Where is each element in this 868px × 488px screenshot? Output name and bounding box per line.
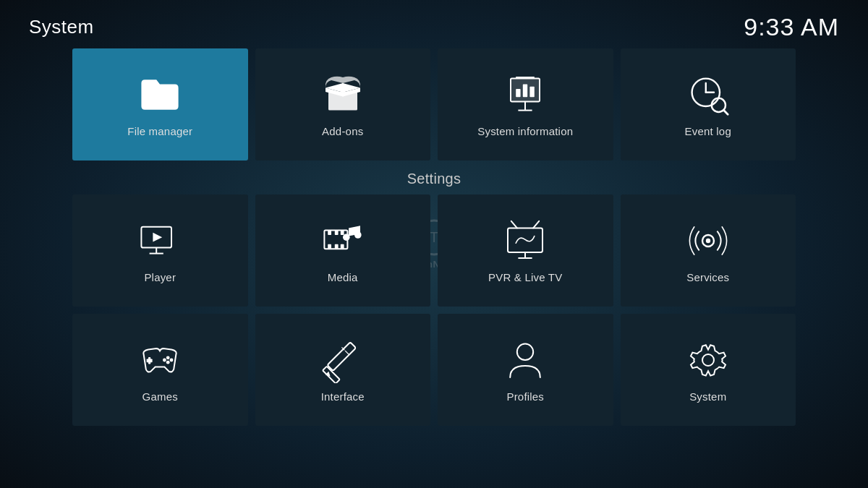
tile-add-ons[interactable]: Add-ons [255,48,431,160]
tile-profiles[interactable]: Profiles [438,314,613,426]
tile-label-event-log: Event log [685,125,731,137]
svg-point-35 [166,356,170,359]
page-title: System [29,16,94,38]
tile-label-system: System [689,390,726,403]
svg-rect-21 [335,244,339,249]
box-icon [320,72,366,118]
media-icon [320,218,366,264]
tile-system[interactable]: System [621,314,796,426]
svg-line-41 [345,351,349,354]
tile-games[interactable]: Games [72,314,248,426]
svg-line-28 [533,221,539,228]
settings-row-2: Games Interface [72,314,796,426]
svg-point-37 [166,361,170,364]
settings-section: Settings Player [72,171,796,426]
tile-label-player: Player [144,271,176,283]
tile-player[interactable]: Player [72,194,248,307]
svg-rect-20 [335,231,339,235]
pencil-ruler-icon [320,337,366,383]
tile-media[interactable]: Media [255,194,431,307]
chart-icon [502,72,548,118]
tile-services[interactable]: Services [621,194,796,307]
tile-label-media: Media [328,271,358,283]
folder-icon [137,72,183,118]
tile-label-profiles: Profiles [506,390,544,403]
tile-system-information[interactable]: System information [438,48,613,160]
svg-point-36 [170,359,174,362]
top-row: File manager Add-ons [72,48,796,160]
tile-pvr-live-tv[interactable]: PVR & Live TV [438,194,613,307]
svg-point-38 [163,359,166,362]
person-icon [502,337,548,383]
tile-interface[interactable]: Interface [255,314,431,426]
clock-search-icon [685,72,731,118]
svg-rect-34 [147,359,153,362]
tile-label-system-information: System information [477,125,573,137]
podcast-icon [685,218,731,264]
tile-label-pvr-live-tv: PVR & Live TV [488,271,562,283]
svg-point-45 [702,354,714,366]
tv-icon [502,218,548,264]
svg-rect-23 [341,244,344,249]
svg-rect-2 [516,89,520,97]
settings-title: Settings [72,171,796,187]
svg-point-32 [706,239,710,243]
player-icon [137,218,183,264]
svg-point-24 [343,234,350,241]
settings-row-1: Player [72,194,796,307]
clock: 9:33 AM [744,13,839,41]
svg-point-44 [517,344,533,360]
tile-label-file-manager: File manager [127,125,192,137]
settings-grid: Player [72,194,796,426]
svg-rect-39 [327,342,356,371]
svg-line-27 [511,221,517,228]
svg-point-25 [354,231,362,239]
svg-marker-14 [153,233,163,242]
svg-rect-19 [328,244,331,249]
gear-icon [685,337,731,383]
svg-rect-3 [523,85,527,98]
top-bar: System 9:33 AM [0,0,868,48]
gamepad-icon [137,337,183,383]
tile-label-games: Games [142,390,178,403]
tile-label-add-ons: Add-ons [322,125,363,137]
tile-event-log[interactable]: Event log [621,48,796,160]
svg-rect-4 [530,87,535,97]
tile-file-manager[interactable]: File manager [72,48,248,160]
svg-rect-18 [328,231,331,235]
main-content: File manager Add-ons [0,48,868,426]
svg-line-12 [723,111,728,115]
svg-rect-22 [341,231,344,235]
tile-label-services: Services [686,271,729,283]
tile-label-interface: Interface [321,390,365,403]
